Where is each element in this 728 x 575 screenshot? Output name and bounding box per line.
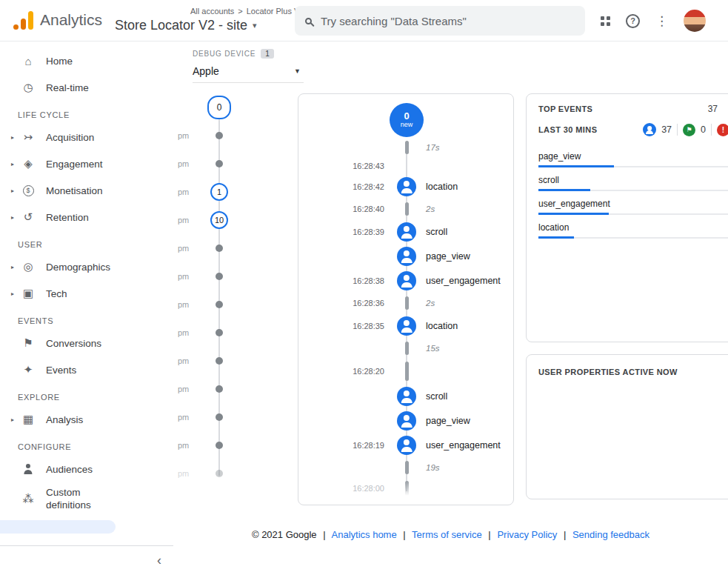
event-row[interactable]: page_view [298,408,513,433]
event-row[interactable]: 16:28:19 user_engagement [298,433,513,457]
top-event-row[interactable]: page_view [538,144,728,167]
events-icon: ✦ [21,362,36,377]
top-event-row[interactable]: user_engagement [538,191,728,215]
sidebar-item-tech[interactable]: ▸ ▣ Tech [0,280,173,307]
sidebar-collapse-button[interactable]: ‹ [0,545,173,575]
section-configure: CONFIGURE [0,433,173,456]
top-event-row[interactable]: location [538,215,728,239]
timeline-minute-row: pm 1 [173,178,244,206]
sidebar-item-home[interactable]: ⌂ Home [0,47,173,74]
acquisition-icon: ↣ [21,130,36,144]
timeline-minute-row: pm [173,290,244,319]
expand-caret-icon[interactable]: ▸ [7,264,18,270]
minute-count-circle[interactable]: 1 [210,183,228,201]
stream-gap-row: 19s [298,457,513,478]
sidebar-item-monetisation[interactable]: ▸ $ Monetisation [0,177,173,204]
user-event-icon [397,436,416,455]
footer-link-analytics-home[interactable]: Analytics home [332,529,397,540]
footer-link-privacy[interactable]: Privacy Policy [497,529,557,540]
footer-link-terms[interactable]: Terms of service [412,529,482,540]
events-count-icon [643,123,656,136]
top-events-list: page_view scroll user_engagement lo [538,144,728,239]
section-user: USER [0,230,173,253]
timeline-minute-row: pm [173,262,244,290]
timeline-minute-row: pm [173,319,244,347]
top-events-title: TOP EVENTS [538,104,592,113]
last-30-mins-label: LAST 30 MINS [538,125,597,134]
sidebar: ⌂ Home ◷ Real-time LIFE CYCLE ▸ ↣ Acquis… [0,41,173,575]
sidebar-item-events[interactable]: ✦ Events [0,356,173,383]
sidebar-item-custom-definitions[interactable]: ⁂ Custom definitions [0,482,173,516]
top-event-row[interactable]: scroll [538,167,728,191]
selected-item-highlight[interactable] [0,520,116,534]
minute-dot[interactable] [216,273,223,280]
section-life-cycle: LIFE CYCLE [0,101,173,124]
event-row[interactable]: page_view [298,244,513,268]
new-events-badge[interactable]: 0 new [390,103,424,137]
monetisation-icon: $ [23,185,34,196]
expand-caret-icon[interactable]: ▸ [7,134,18,141]
gap-segment-icon [405,141,409,154]
stream-time-row: 16:28:00 [298,478,513,499]
event-row[interactable]: 16:28:35 location [298,313,513,338]
sidebar-item-audiences[interactable]: Audiences [0,456,173,482]
custom-definitions-icon: ⁂ [21,492,36,507]
expand-caret-icon[interactable]: ▸ [7,187,18,194]
footer: © 2021 Google | Analytics home | Terms o… [173,529,728,540]
apps-grid-icon[interactable] [601,16,610,26]
minute-dot[interactable] [216,132,223,139]
minute-dot[interactable] [216,301,223,308]
sidebar-item-demographics[interactable]: ▸ ◎ Demographics [0,253,173,280]
minute-dot[interactable] [216,385,223,393]
debug-device-bar: DEBUG DEVICE 1 Apple ▼ [173,41,728,83]
help-icon[interactable]: ? [626,14,640,28]
event-row[interactable]: 16:28:42 location [298,174,513,199]
audiences-icon [22,463,34,475]
gap-segment-icon [405,461,409,474]
home-icon: ⌂ [21,53,36,68]
user-properties-panel: USER PROPERTIES ACTIVE NOW [526,354,728,499]
gap-segment-icon [405,481,409,496]
sidebar-item-conversions[interactable]: ⚑ Conversions [0,330,173,356]
search-bar[interactable] [295,6,585,36]
minute-dot[interactable] [216,357,223,365]
footer-link-feedback[interactable]: Sending feedback [572,529,649,540]
event-row[interactable]: scroll [298,384,513,408]
event-row[interactable]: 16:28:39 scroll [298,219,513,244]
minute-count-circle[interactable]: 0 [207,96,231,119]
minute-dot[interactable] [216,413,223,421]
expand-caret-icon[interactable]: ▸ [7,214,18,221]
minute-dot[interactable] [216,442,223,449]
minute-count-circle[interactable]: 10 [210,211,228,229]
top-events-panel: TOP EVENTS 37 LAST 30 MINS 37 ⚑ 0 ! [526,93,728,342]
timeline-minute-row: pm [173,431,244,459]
timeline-minute-row: 0 [173,93,244,122]
more-menu-icon[interactable]: ⋮ [655,15,668,27]
minute-dot[interactable] [216,160,223,167]
property-selector[interactable]: Store Locator V2 - site ▾ [115,18,257,33]
event-count-bar [538,190,728,191]
breadcrumb[interactable]: All accounts > Locator Plus V2 [190,7,304,16]
expand-caret-icon[interactable]: ▸ [7,290,18,297]
analysis-icon: ▦ [21,412,36,427]
sidebar-item-retention[interactable]: ▸ ↺ Retention [0,204,173,230]
sidebar-item-analysis[interactable]: ▸ ▦ Analysis [0,406,173,433]
minute-dot[interactable] [216,329,223,336]
minute-dot[interactable] [216,470,223,477]
avatar[interactable] [684,10,706,32]
analytics-logo-icon [13,10,33,30]
sidebar-item-acquisition[interactable]: ▸ ↣ Acquisition [0,124,173,150]
event-row[interactable]: 16:28:38 user_engagement [298,268,513,293]
analytics-logo[interactable]: Analytics [13,10,102,30]
copyright: © 2021 Google [252,529,317,540]
device-select[interactable]: Apple ▼ [193,59,304,83]
breadcrumb-separator: > [238,7,242,16]
expand-caret-icon[interactable]: ▸ [7,416,18,423]
user-event-icon [397,271,416,290]
sidebar-item-engagement[interactable]: ▸ ◈ Engagement [0,150,173,177]
sidebar-item-realtime[interactable]: ◷ Real-time [0,74,173,101]
search-input[interactable] [321,15,575,27]
timeline-minute-row: pm [173,122,244,150]
expand-caret-icon[interactable]: ▸ [7,161,18,167]
minute-dot[interactable] [216,245,223,252]
